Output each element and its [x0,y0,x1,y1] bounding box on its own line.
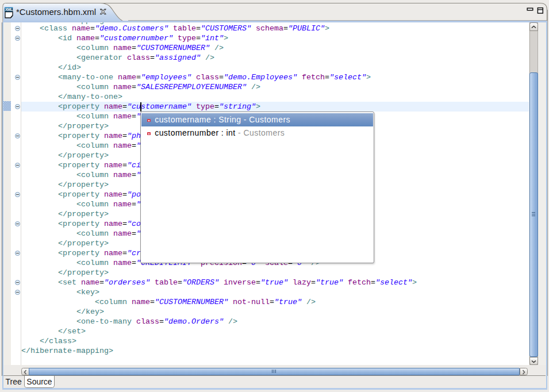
svg-text:XML: XML [5,7,13,11]
